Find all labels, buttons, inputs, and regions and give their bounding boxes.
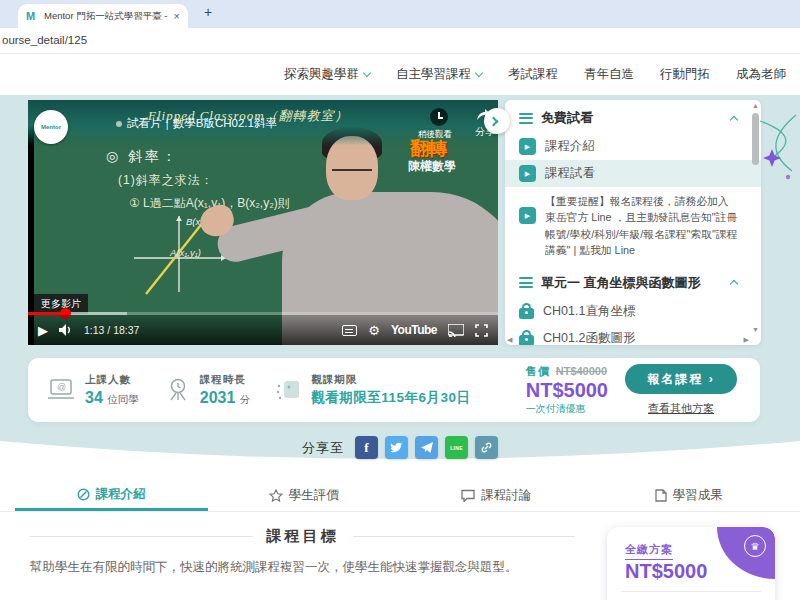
divider	[353, 536, 576, 537]
course-stats-card: @ 上課人數 34 位同學 課程時長 2031 分	[28, 358, 760, 422]
twitter-share-button[interactable]	[385, 436, 408, 459]
playlist-section-free[interactable]: 免費試看	[505, 100, 761, 133]
play-button[interactable]: ▶	[38, 324, 48, 337]
new-tab-button[interactable]: +	[198, 4, 218, 20]
fullscreen-icon[interactable]	[475, 324, 488, 337]
star-icon	[269, 489, 283, 502]
chat-bubble-icon	[461, 489, 475, 502]
lock-icon	[519, 335, 534, 345]
board-line-2: (1)斜率之求法：	[118, 172, 214, 189]
stat-duration: 課程時長 2031 分	[165, 373, 251, 407]
telegram-plane-icon	[421, 442, 433, 453]
divider	[30, 536, 253, 537]
scroll-down-icon[interactable]: ▼	[752, 326, 759, 333]
line-share-button[interactable]: LINE	[445, 436, 468, 459]
nav-item-self-learning[interactable]: 自主學習課程	[396, 66, 482, 83]
facebook-share-button[interactable]: f	[355, 436, 378, 459]
play-icon: ▶	[519, 138, 536, 155]
video-controls: ▶ 1:13 / 18:37 ⚙ YouTube	[28, 315, 498, 345]
telegram-share-button[interactable]	[415, 436, 438, 459]
price-block: 售價 NT$40000 NT$5000 一次付清優惠	[526, 364, 608, 416]
channel-avatar[interactable]: Mentor	[34, 110, 68, 144]
scroll-right-icon[interactable]: ▶	[744, 336, 749, 344]
playlist-item-course-preview[interactable]: ▶ 課程試看	[505, 160, 761, 187]
nav-item-explore[interactable]: 探索興趣學群	[284, 66, 370, 83]
scroll-up-icon[interactable]: ▲	[752, 102, 759, 109]
chevron-right-icon	[489, 116, 499, 126]
browser-tab-strip: M Mentor 門拓一站式學習平臺 - × +	[0, 0, 800, 28]
watch-later-icon[interactable]	[430, 108, 448, 126]
deadline-value: 觀看期限至115年6月30日	[311, 389, 470, 407]
play-icon: ▶	[519, 207, 536, 224]
intro-icon	[77, 488, 90, 501]
divider	[621, 591, 761, 592]
channel-name: 陳權數學	[408, 158, 456, 175]
deadline-icon	[276, 378, 302, 402]
chevron-up-icon[interactable]	[730, 115, 738, 123]
current-price: NT$5000	[526, 379, 608, 402]
tab-course-discussion[interactable]: 課程討論	[400, 480, 593, 511]
cast-icon[interactable]	[448, 324, 464, 337]
settings-gear-icon[interactable]: ⚙	[368, 323, 380, 338]
site-favicon-icon: M	[26, 10, 38, 22]
captions-icon[interactable]	[342, 325, 357, 336]
point-a-label: A(x₁,y₁)	[170, 247, 201, 258]
nav-item-youth-maker[interactable]: 青年自造	[584, 66, 634, 83]
tab-learning-outcomes[interactable]: 學習成果	[593, 480, 786, 511]
page: M Mentor 門拓一站式學習平臺 - × + ourse_detail/12…	[0, 0, 800, 600]
playlist-section-unit1[interactable]: 單元一 直角坐標與函數圖形	[505, 265, 761, 298]
share-bar: 分享至 f LINE	[0, 436, 800, 459]
lock-icon	[519, 308, 534, 319]
playlist-item-locked-ch011[interactable]: CH01.1直角坐標	[505, 298, 761, 325]
board-line-1: ◎ 斜率：	[106, 148, 179, 166]
chevron-down-icon	[363, 69, 371, 77]
browser-tab[interactable]: M Mentor 門拓一站式學習平臺 - ×	[18, 4, 188, 28]
playlist-collapse-button[interactable]	[484, 108, 510, 134]
tab-student-reviews[interactable]: 學生評價	[208, 480, 401, 511]
playlist-item-locked-ch012[interactable]: CH01.2函數圖形	[505, 325, 761, 345]
time-display: 1:13 / 18:37	[84, 324, 139, 336]
scroll-left-icon[interactable]: ◀	[507, 336, 512, 344]
address-bar[interactable]: ourse_detail/125	[0, 28, 800, 54]
course-intro-panel: 課程目標 幫助學生在有限的時間下，快速的將統測課程複習一次，使學生能快速掌握觀念…	[0, 513, 800, 600]
section-heading: 課程目標	[267, 527, 339, 546]
playlist-item-course-intro[interactable]: ▶ 課程介紹	[505, 133, 761, 160]
original-price: NT$40000	[556, 365, 607, 377]
list-icon	[519, 110, 533, 126]
duration-minutes: 2031	[200, 389, 236, 406]
url-text[interactable]: ourse_detail/125	[2, 34, 87, 46]
copy-link-button[interactable]	[475, 436, 498, 459]
duration-icon	[165, 378, 191, 402]
tab-title: Mentor 門拓一站式學習平臺 -	[44, 10, 168, 23]
other-plans-link[interactable]: 查看其他方案	[648, 401, 714, 416]
nav-item-action-mentor[interactable]: 行動門拓	[660, 66, 710, 83]
video-title[interactable]: 試看片｜數學B版CH02.1斜率	[127, 116, 277, 131]
students-count: 34	[85, 389, 103, 406]
course-goal-paragraph: 幫助學生在有限的時間下，快速的將統測課程複習一次，使學生能快速掌握觀念與題型。	[30, 558, 590, 577]
teacher-glasses	[332, 162, 372, 171]
play-icon: ▶	[519, 165, 536, 182]
chevron-down-icon	[475, 69, 483, 77]
hero-section: ◎ 斜率： (1)斜率之求法： ① L過二點A(x₁,y₁)，B(x₂,y₂)則…	[0, 95, 800, 480]
watch-later-label: 稍後觀看	[418, 129, 452, 141]
plan-name: 全繳方案	[625, 542, 673, 560]
students-icon: @	[48, 378, 76, 402]
status-dot	[116, 121, 122, 127]
list-icon	[519, 275, 533, 291]
plan-card[interactable]: ♛ 全繳方案 NT$5000	[607, 527, 775, 600]
sparkle-decoration	[758, 113, 800, 193]
stat-students: @ 上課人數 34 位同學	[48, 373, 139, 407]
enroll-button[interactable]: 報名課程 ›	[625, 364, 737, 394]
course-playlist: 免費試看 ▶ 課程介紹 ▶ 課程試看 ▶ 【重要提醒】報名課程後，請務必加入東岳…	[505, 100, 761, 345]
youtube-logo[interactable]: YouTube	[391, 323, 437, 337]
tab-close-icon[interactable]: ×	[174, 10, 180, 22]
nav-item-become-teacher[interactable]: 成為老師	[736, 66, 786, 83]
playlist-item-notice[interactable]: ▶ 【重要提醒】報名課程後，請務必加入東岳官方 Line ，且主動發訊息告知"註…	[505, 187, 761, 265]
video-player[interactable]: ◎ 斜率： (1)斜率之求法： ① L過二點A(x₁,y₁)，B(x₂,y₂)則…	[28, 100, 498, 345]
stat-deadline: 觀課期限 觀看期限至115年6月30日	[276, 373, 470, 407]
volume-icon[interactable]	[58, 323, 74, 337]
crown-icon: ♛	[744, 535, 766, 557]
chevron-up-icon[interactable]	[730, 280, 738, 288]
tab-course-intro[interactable]: 課程介紹	[15, 480, 208, 511]
nav-item-exam-courses[interactable]: 考試課程	[508, 66, 558, 83]
